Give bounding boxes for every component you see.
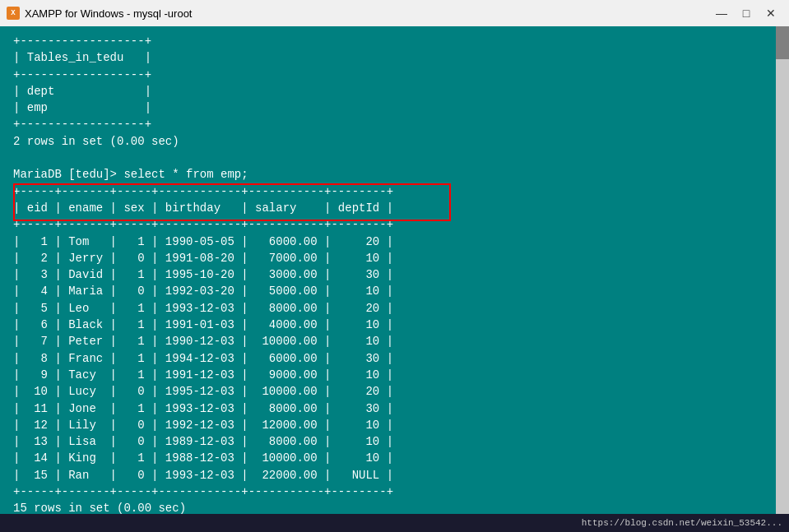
table-header-row: | eid | ename | sex | birthday | salary … — [13, 200, 393, 216]
scrollbar[interactable] — [776, 26, 789, 514]
line-border-top: +------------------+ — [13, 33, 764, 49]
row-8: | 8 | Franc | 1 | 1994-12-03 | 6000.00 |… — [13, 350, 393, 367]
app-icon: X — [7, 7, 20, 20]
row-4: | 4 | Maria | 0 | 1992-03-20 | 5000.00 |… — [13, 283, 393, 299]
line-rows-count: 2 rows in set (0.00 sec) — [13, 133, 764, 150]
row-13: | 13 | Lisa | 0 | 1989-12-03 | 8000.00 |… — [13, 433, 393, 450]
close-button[interactable]: ✕ — [759, 4, 782, 22]
terminal-content: +------------------+ | Tables_in_tedu | … — [0, 30, 776, 514]
row-11: | 11 | Jone | 1 | 1993-12-03 | 8000.00 |… — [13, 400, 393, 417]
row-5: | 5 | Leo | 1 | 1993-12-03 | 8000.00 | 2… — [13, 300, 393, 317]
title-bar-left: X XAMPP for Windows - mysql -uroot — [7, 7, 192, 20]
row-3: | 3 | David | 1 | 1995-10-20 | 3000.00 |… — [13, 266, 393, 283]
row-10: | 10 | Lucy | 0 | 1995-12-03 | 10000.00 … — [13, 383, 393, 400]
query-result-table: +-----+-------+-----+------------+------… — [13, 183, 393, 501]
row-9: | 9 | Tacy | 1 | 1991-12-03 | 9000.00 | … — [13, 367, 393, 383]
status-bar: https://blog.csdn.net/weixin_53542... — [0, 514, 789, 532]
line-border-bot: +------------------+ — [13, 116, 764, 132]
window-title: XAMPP for Windows - mysql -uroot — [25, 7, 192, 20]
maximize-button[interactable]: □ — [735, 4, 758, 22]
row-2: | 2 | Jerry | 0 | 1991-08-20 | 7000.00 |… — [13, 250, 393, 266]
row-15: | 15 | Ran | 0 | 1993-12-03 | 22000.00 |… — [13, 467, 393, 483]
line-empty1 — [13, 150, 764, 166]
scrollbar-thumb[interactable] — [776, 26, 789, 59]
table-bottom-border: +-----+-------+-----+------------+------… — [13, 483, 393, 500]
line-border-mid: +------------------+ — [13, 67, 764, 83]
terminal-body[interactable]: +------------------+ | Tables_in_tedu | … — [0, 26, 789, 514]
line-emp: | emp | — [13, 99, 764, 116]
window-controls: — □ ✕ — [710, 4, 782, 22]
status-url: https://blog.csdn.net/weixin_53542... — [582, 518, 782, 528]
row-1: | 1 | Tom | 1 | 1990-05-05 | 6000.00 | 2… — [13, 234, 393, 250]
table-header-sep: +-----+-------+-----+------------+------… — [13, 216, 393, 233]
table-top-border: +-----+-------+-----+------------+------… — [13, 183, 393, 200]
title-bar: X XAMPP for Windows - mysql -uroot — □ ✕ — [0, 0, 789, 26]
row-6: | 6 | Black | 1 | 1991-01-03 | 4000.00 |… — [13, 317, 393, 333]
line-tables-header: | Tables_in_tedu | — [13, 49, 764, 66]
line-15-rows: 15 rows in set (0.00 sec) — [13, 500, 764, 514]
line-select-cmd: MariaDB [tedu]> select * from emp; — [13, 166, 764, 183]
window: X XAMPP for Windows - mysql -uroot — □ ✕… — [0, 0, 789, 532]
line-dept: | dept | — [13, 83, 764, 99]
row-12: | 12 | Lily | 0 | 1992-12-03 | 12000.00 … — [13, 417, 393, 433]
minimize-button[interactable]: — — [710, 4, 733, 22]
row-14: | 14 | King | 1 | 1988-12-03 | 10000.00 … — [13, 450, 393, 466]
row-7: | 7 | Peter | 1 | 1990-12-03 | 10000.00 … — [13, 333, 393, 349]
